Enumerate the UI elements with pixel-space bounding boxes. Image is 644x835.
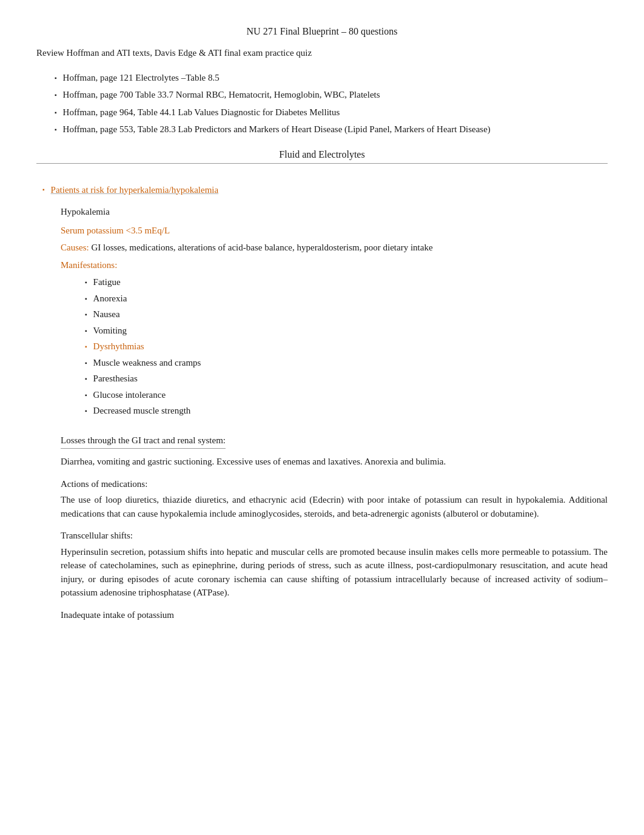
bullet-icon: ▪ [85,326,87,335]
list-item: ▪ Decreased muscle strength [85,404,608,418]
list-item: ▪ Dysrhythmias [85,340,608,354]
manifestation-text: Anorexia [93,292,127,306]
list-item: ▪ Glucose intolerance [85,388,608,402]
bullet-icon: ▪ [55,73,57,82]
losses-heading: Losses through the GI tract and renal sy… [61,434,226,449]
bullet-icon: ▪ [85,406,87,415]
bullet-icon: ▪ [85,374,87,383]
manifestation-text: Paresthesias [93,372,138,386]
manifestation-text: Dysrhythmias [93,340,144,354]
list-item: ▪ Hoffman, page 121 Electrolytes –Table … [55,71,608,85]
bullet-icon: ▪ [85,391,87,400]
manifestation-text: Fatigue [93,275,121,289]
list-item: ▪ Fatigue [85,275,608,289]
actions-heading: Actions of medications: [61,477,608,491]
hyperkalemia-bullet: ▪ Patients at risk for hyperkalemia/hypo… [42,183,608,197]
manifestations-label: Manifestations: [61,258,608,272]
manifestation-text: Muscle weakness and cramps [93,356,201,370]
list-item: ▪ Nausea [85,307,608,321]
list-item: ▪ Hoffman, page 964, Table 44.1 Lab Valu… [55,106,608,119]
bullet-icon: ▪ [55,90,57,99]
list-item: ▪ Hoffman, page 700 Table 33.7 Normal RB… [55,88,608,102]
losses-section: Losses through the GI tract and renal sy… [61,425,608,622]
bullet-icon: ▪ [85,342,87,351]
list-item: ▪ Hoffman, page 553, Table 28.3 Lab Pred… [55,122,608,136]
bullet-icon: ▪ [85,278,87,287]
manifestation-text: Glucose intolerance [93,388,166,402]
inadequate-heading: Inadequate intake of potassium [61,608,608,622]
hyperkalemia-text: Patients at risk for hyperkalemia/hypoka… [51,183,219,197]
list-item: ▪ Vomiting [85,324,608,338]
list-item: ▪ Muscle weakness and cramps [85,356,608,370]
bullet-text: Hoffman, page 121 Electrolytes –Table 8.… [63,71,220,85]
list-item: ▪ Anorexia [85,292,608,306]
manifestation-text: Nausea [93,307,120,321]
page-title: NU 271 Final Blueprint – 80 questions [36,24,608,39]
transcellular-text: Hyperinsulin secretion, potassium shifts… [61,545,608,600]
hypokalemia-subheading: Hypokalemia [61,205,608,219]
top-bullet-list: ▪ Hoffman, page 121 Electrolytes –Table … [55,71,608,136]
bullet-icon: ▪ [85,310,87,319]
bullet-icon: ▪ [85,358,87,367]
bullet-text: Hoffman, page 700 Table 33.7 Normal RBC,… [63,88,380,102]
list-item: ▪ Paresthesias [85,372,608,386]
bullet-icon: ▪ [42,185,45,194]
causes-text: GI losses, medications, alterations of a… [91,243,432,252]
review-line: Review Hoffman and ATI texts, Davis Edge… [36,46,608,60]
section-title: Fluid and Electrolytes [36,147,608,164]
losses-text: Diarrhea, vomiting and gastric suctionin… [61,455,608,469]
bullet-icon: ▪ [85,294,87,303]
bullet-icon: ▪ [55,125,57,134]
transcellular-heading: Transcellular shifts: [61,529,608,543]
manifestations-list: ▪ Fatigue ▪ Anorexia ▪ Nausea ▪ Vomiting… [85,275,608,418]
causes-label: Causes: [61,243,89,252]
manifestation-text: Vomiting [93,324,127,338]
manifestation-text: Decreased muscle strength [93,404,191,418]
actions-text: The use of loop diuretics, thiazide diur… [61,493,608,520]
content-area: Hypokalemia Serum potassium <3.5 mEq/L C… [36,205,608,622]
bullet-icon: ▪ [55,108,57,117]
serum-line: Serum potassium <3.5 mEq/L [61,224,608,238]
bullet-text: Hoffman, page 964, Table 44.1 Lab Values… [63,106,340,119]
section-title-wrapper: Fluid and Electrolytes [36,147,608,173]
bullet-text: Hoffman, page 553, Table 28.3 Lab Predic… [63,122,491,136]
causes-line: Causes: GI losses, medications, alterati… [61,241,608,255]
